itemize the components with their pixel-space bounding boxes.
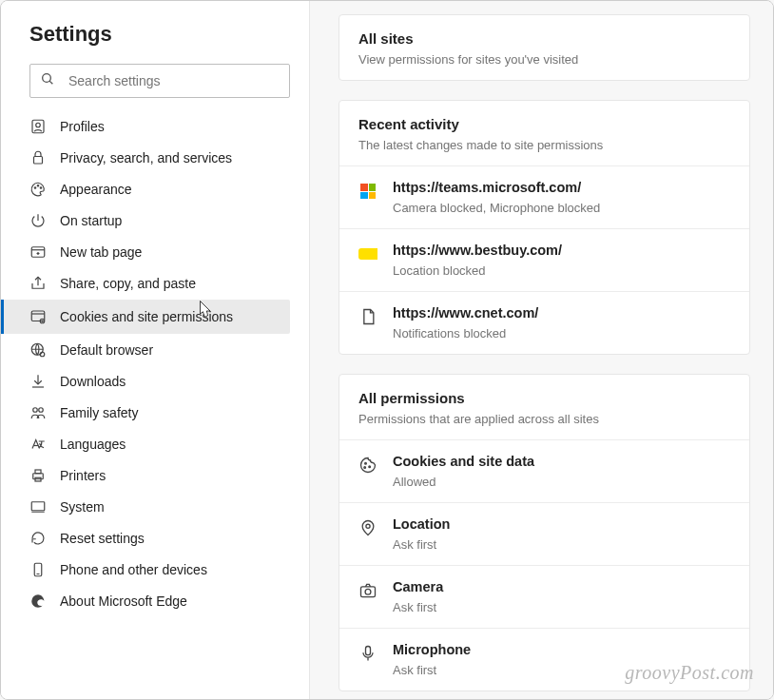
svg-point-3 bbox=[36, 123, 41, 127]
sidebar-item-label: System bbox=[60, 499, 105, 515]
family-icon bbox=[29, 404, 47, 421]
edge-icon bbox=[29, 593, 47, 610]
sidebar-item-label: Cookies and site permissions bbox=[60, 309, 233, 324]
language-icon bbox=[29, 436, 47, 453]
microsoft-icon bbox=[358, 182, 377, 201]
svg-rect-22 bbox=[35, 470, 41, 474]
svg-rect-24 bbox=[31, 502, 45, 511]
sidebar-item-phone[interactable]: Phone and other devices bbox=[20, 554, 290, 585]
sidebar-item-default-browser[interactable]: Default browser bbox=[20, 335, 290, 365]
sidebar-item-languages[interactable]: Languages bbox=[20, 429, 290, 459]
search-input[interactable] bbox=[68, 73, 280, 88]
site-url: https://www.cnet.com/ bbox=[393, 305, 538, 321]
sidebar-item-label: On startup bbox=[60, 213, 122, 228]
svg-point-6 bbox=[37, 185, 39, 187]
sidebar-item-downloads[interactable]: Downloads bbox=[20, 366, 290, 397]
sidebar-item-label: Default browser bbox=[60, 342, 153, 358]
download-icon bbox=[29, 373, 47, 390]
printer-icon bbox=[29, 467, 47, 484]
permission-name: Camera bbox=[393, 579, 443, 594]
permission-name: Cookies and site data bbox=[393, 454, 534, 469]
palette-icon bbox=[29, 181, 47, 198]
all-permissions-card: All permissions Permissions that are app… bbox=[339, 374, 750, 691]
share-icon bbox=[29, 275, 47, 292]
sidebar-item-label: Languages bbox=[60, 437, 126, 452]
svg-point-33 bbox=[365, 589, 371, 594]
svg-point-5 bbox=[34, 187, 36, 189]
page-title: Settings bbox=[29, 22, 290, 47]
svg-rect-34 bbox=[366, 647, 371, 655]
permission-status: Ask first bbox=[393, 663, 471, 677]
sidebar-item-printers[interactable]: Printers bbox=[20, 460, 290, 491]
site-url: https://teams.microsoft.com/ bbox=[393, 180, 600, 195]
sidebar-item-family[interactable]: Family safety bbox=[20, 398, 290, 428]
sidebar-item-label: Family safety bbox=[60, 405, 138, 420]
sidebar-item-label: New tab page bbox=[60, 244, 142, 260]
lock-icon bbox=[29, 149, 47, 166]
svg-rect-2 bbox=[32, 120, 44, 133]
sidebar-item-appearance[interactable]: Appearance bbox=[20, 174, 290, 204]
permission-name: Microphone bbox=[393, 642, 471, 657]
recent-site-row[interactable]: https://www.cnet.com/ Notifications bloc… bbox=[339, 291, 749, 354]
svg-rect-32 bbox=[361, 587, 376, 597]
permission-row-cookies[interactable]: Cookies and site data Allowed bbox=[339, 439, 749, 502]
card-subtitle: Permissions that are applied across all … bbox=[358, 412, 730, 426]
svg-point-29 bbox=[364, 467, 366, 469]
sidebar-item-new-tab[interactable]: New tab page bbox=[20, 237, 290, 267]
permission-status: Ask first bbox=[393, 537, 450, 552]
svg-rect-21 bbox=[33, 474, 44, 479]
sidebar-item-label: Downloads bbox=[60, 374, 126, 389]
settings-nav: Profiles Privacy, search, and services A… bbox=[20, 111, 290, 617]
sidebar-item-label: Share, copy, and paste bbox=[60, 276, 196, 291]
sidebar-item-about[interactable]: About Microsoft Edge bbox=[20, 586, 290, 616]
sidebar-item-system[interactable]: System bbox=[20, 492, 290, 522]
page-icon bbox=[358, 307, 377, 326]
system-icon bbox=[29, 498, 47, 515]
svg-point-7 bbox=[40, 187, 42, 189]
card-title: Recent activity bbox=[358, 116, 730, 132]
svg-point-31 bbox=[366, 524, 370, 528]
location-icon bbox=[358, 518, 377, 537]
permission-row-microphone[interactable]: Microphone Ask first bbox=[339, 628, 749, 690]
site-status: Notifications blocked bbox=[393, 326, 538, 340]
camera-icon bbox=[358, 581, 377, 600]
card-title: All permissions bbox=[358, 390, 730, 406]
sidebar-item-label: Appearance bbox=[60, 182, 132, 197]
permissions-icon bbox=[29, 308, 47, 325]
recent-site-row[interactable]: https://teams.microsoft.com/ Camera bloc… bbox=[339, 165, 749, 228]
globe-icon bbox=[29, 341, 47, 359]
svg-point-18 bbox=[33, 408, 38, 413]
permission-row-location[interactable]: Location Ask first bbox=[339, 502, 749, 565]
search-icon bbox=[40, 71, 55, 90]
site-url: https://www.bestbuy.com/ bbox=[393, 243, 562, 258]
new-tab-icon bbox=[29, 243, 47, 261]
svg-point-30 bbox=[369, 466, 371, 468]
svg-point-28 bbox=[365, 463, 367, 465]
reset-icon bbox=[29, 530, 47, 547]
sidebar-item-share[interactable]: Share, copy, and paste bbox=[20, 268, 290, 299]
sidebar-item-reset[interactable]: Reset settings bbox=[20, 523, 290, 554]
svg-line-1 bbox=[49, 81, 52, 84]
permission-row-camera[interactable]: Camera Ask first bbox=[339, 565, 749, 628]
sidebar-item-privacy[interactable]: Privacy, search, and services bbox=[20, 143, 290, 173]
sidebar-item-label: Reset settings bbox=[60, 531, 145, 546]
svg-point-19 bbox=[39, 408, 44, 413]
sidebar-item-label: Printers bbox=[60, 468, 106, 483]
sidebar-item-startup[interactable]: On startup bbox=[20, 205, 290, 236]
card-title: All sites bbox=[358, 30, 730, 47]
cookie-icon bbox=[358, 456, 377, 475]
settings-sidebar: Settings Profiles Privacy, search, and s… bbox=[1, 1, 310, 699]
card-subtitle: View permissions for sites you've visite… bbox=[358, 52, 730, 67]
site-status: Location blocked bbox=[393, 263, 562, 278]
all-sites-card[interactable]: All sites View permissions for sites you… bbox=[339, 14, 750, 81]
sidebar-item-label: Privacy, search, and services bbox=[60, 150, 232, 165]
recent-site-row[interactable]: https://www.bestbuy.com/ Location blocke… bbox=[339, 228, 749, 291]
search-settings[interactable] bbox=[29, 64, 290, 98]
sidebar-item-profiles[interactable]: Profiles bbox=[20, 111, 290, 142]
svg-point-0 bbox=[43, 74, 51, 83]
sidebar-item-label: About Microsoft Edge bbox=[60, 593, 187, 609]
site-status: Camera blocked, Microphone blocked bbox=[393, 201, 600, 215]
svg-rect-12 bbox=[31, 311, 45, 321]
permission-status: Allowed bbox=[393, 475, 534, 489]
sidebar-item-cookies-permissions[interactable]: Cookies and site permissions bbox=[1, 300, 290, 334]
